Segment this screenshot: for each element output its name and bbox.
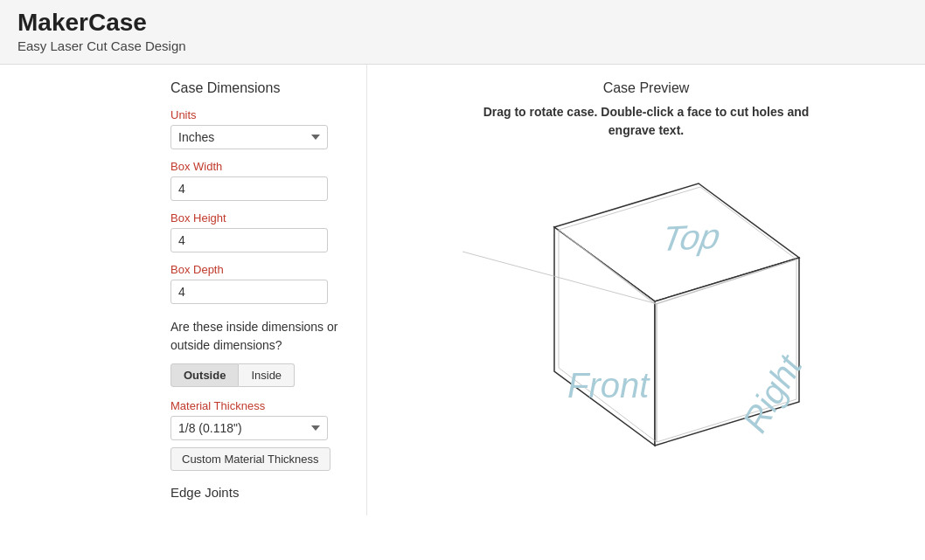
dimensions-question: Are these inside dimensions or outside d… (170, 318, 340, 355)
case-preview-title: Case Preview (603, 80, 690, 96)
custom-material-thickness-button[interactable]: Custom Material Thickness (170, 447, 330, 471)
top-face-label: Top (659, 216, 724, 259)
inside-button[interactable]: Inside (239, 363, 295, 387)
box-width-label: Box Width (170, 160, 340, 173)
front-face-label: Front (567, 366, 650, 404)
dimensions-type-group: Outside Inside (170, 363, 340, 387)
preview-instruction: Drag to rotate case. Double-click a face… (480, 103, 812, 140)
case-dimensions-title: Case Dimensions (170, 80, 340, 96)
outside-button[interactable]: Outside (170, 363, 239, 387)
box-width-input[interactable] (170, 176, 328, 201)
box-height-label: Box Height (170, 211, 340, 225)
box-height-input[interactable] (170, 228, 328, 252)
box-depth-input[interactable] (170, 280, 328, 304)
box-depth-label: Box Depth (170, 263, 340, 276)
units-label: Units (170, 108, 340, 121)
case-3d-preview-svg[interactable]: Top Front Right (462, 157, 830, 489)
right-panel: Case Preview Drag to rotate case. Double… (367, 65, 925, 505)
material-thickness-label: Material Thickness (170, 399, 340, 412)
box-preview[interactable]: Top Front Right (462, 157, 830, 489)
material-thickness-select-wrapper: 1/8 (0.118") 1/4 (0.25") 3/16 (0.1875") … (170, 416, 328, 440)
app-subtitle: Easy Laser Cut Case Design (17, 38, 908, 53)
left-panel: Case Dimensions Units Inches mm Box Widt… (0, 65, 367, 515)
app-title: MakerCase (17, 9, 908, 37)
main-content: Case Dimensions Units Inches mm Box Widt… (0, 65, 925, 515)
units-select[interactable]: Inches mm (170, 125, 328, 149)
edge-joints-label: Edge Joints (170, 485, 239, 500)
material-thickness-select[interactable]: 1/8 (0.118") 1/4 (0.25") 3/16 (0.1875") … (170, 416, 328, 440)
units-select-wrapper: Inches mm (170, 125, 328, 149)
header: MakerCase Easy Laser Cut Case Design (0, 0, 925, 65)
